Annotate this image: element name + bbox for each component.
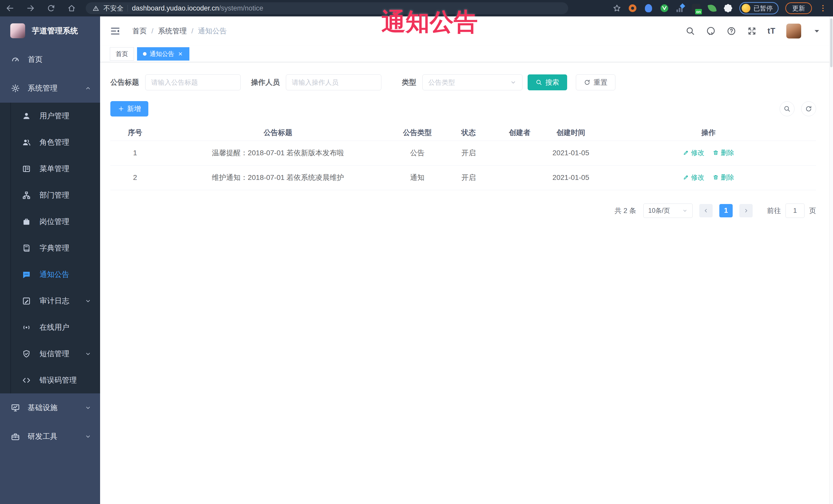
toggle-search-button[interactable]: [780, 101, 794, 116]
reload-icon[interactable]: [47, 4, 55, 13]
extension-icon-lamp[interactable]: [644, 4, 653, 13]
edit-link[interactable]: 修改: [683, 173, 705, 182]
edit-icon: [683, 150, 689, 156]
sidebar-item-system-management[interactable]: 系统管理: [0, 74, 100, 103]
extension-icon-star8[interactable]: [723, 4, 733, 13]
delete-label: 删除: [721, 173, 734, 182]
current-page-button[interactable]: 1: [719, 204, 733, 217]
add-button[interactable]: 新增: [110, 101, 148, 117]
type-label: 类型: [402, 77, 416, 87]
blue-lamp-icon: [645, 4, 652, 12]
bookmark-star-icon[interactable]: [613, 4, 621, 13]
sidebar-item-post-management[interactable]: 岗位管理: [0, 208, 100, 235]
notice-title-input[interactable]: [145, 74, 241, 90]
fullscreen-icon[interactable]: [747, 26, 757, 36]
sidebar-item-label: 部门管理: [40, 190, 69, 200]
cell-type: 通知: [396, 165, 438, 190]
app-logo-row[interactable]: 芋道管理系统: [0, 17, 100, 45]
cell-status: 开启: [438, 141, 499, 165]
search-icon[interactable]: [686, 26, 695, 36]
forward-icon[interactable]: [26, 4, 35, 13]
pagination: 共 2 条 10条/页 1 前往 页: [110, 203, 816, 218]
extension-icon-on[interactable]: on: [692, 4, 701, 13]
breadcrumb-item[interactable]: 首页: [133, 26, 147, 36]
home-icon[interactable]: [67, 4, 76, 13]
reset-button[interactable]: 重置: [576, 74, 615, 90]
close-tab-icon[interactable]: [177, 51, 184, 57]
goto-page-input[interactable]: [786, 203, 805, 218]
column-header: 状态: [438, 125, 499, 141]
url-host: dashboard.yudao.iocoder.cn: [132, 4, 219, 12]
sidebar-item-dict-management[interactable]: 字典管理: [0, 235, 100, 261]
infrastructure-icon: [11, 403, 20, 412]
help-icon[interactable]: [727, 26, 736, 36]
sidebar-item-infrastructure[interactable]: 基础设施: [0, 393, 100, 422]
tab-home[interactable]: 首页: [110, 47, 134, 61]
breadcrumb-separator: /: [151, 27, 153, 35]
vue-devtools-icon: [660, 4, 669, 13]
cell-type: 公告: [396, 141, 438, 165]
sidebar-item-dept-management[interactable]: 部门管理: [0, 182, 100, 208]
table-header-row: 序号公告标题公告类型状态创建者创建时间操作: [110, 125, 816, 141]
online-user-icon: [22, 323, 31, 332]
sidebar-item-role-management[interactable]: 角色管理: [0, 129, 100, 155]
address-bar[interactable]: 不安全 dashboard.yudao.iocoder.cn/system/no…: [86, 2, 568, 14]
white-star-icon: [725, 5, 731, 11]
active-tab-dot: [143, 52, 146, 56]
sidebar-item-label: 错误码管理: [40, 375, 77, 385]
sidebar-item-menu-management[interactable]: 菜单管理: [0, 155, 100, 182]
table-toolbar: 新增: [110, 101, 816, 117]
sidebar-item-dev-tools[interactable]: 研发工具: [0, 422, 100, 451]
scrollbar-thumb[interactable]: [830, 19, 832, 67]
browser-profile-chip[interactable]: 已暂停: [739, 2, 779, 15]
delete-link[interactable]: 删除: [713, 173, 734, 182]
next-page-button[interactable]: [739, 204, 753, 217]
prev-page-button[interactable]: [699, 204, 713, 217]
cell-created-time: 2021-01-05: [541, 165, 601, 190]
github-icon[interactable]: [706, 26, 716, 36]
page-scrollbar[interactable]: [829, 17, 833, 504]
sidebar-item-label: 审计日志: [40, 296, 69, 306]
notice-type-select[interactable]: 公告类型: [422, 74, 523, 90]
search-button[interactable]: 搜索: [528, 74, 567, 90]
sidebar-collapse-icon[interactable]: [110, 26, 121, 37]
chevron-down-icon: [85, 351, 91, 357]
sidebar-item-user-management[interactable]: 用户管理: [0, 103, 100, 129]
breadcrumb: 首页/系统管理/通知公告: [133, 26, 227, 36]
browser-update-button[interactable]: 更新: [785, 2, 812, 14]
address-divider: [127, 5, 128, 11]
edit-link[interactable]: 修改: [683, 148, 705, 157]
sidebar-item-home[interactable]: 首页: [0, 45, 100, 74]
goto-label: 前往: [767, 206, 781, 215]
tab-bar: 首页通知公告: [100, 46, 833, 62]
extension-icon-stats[interactable]: [676, 4, 685, 13]
security-label: 不安全: [103, 4, 123, 13]
menu-list-icon: [22, 165, 31, 173]
breadcrumb-item[interactable]: 系统管理: [158, 26, 187, 36]
sidebar-item-notice-announcement[interactable]: 通知公告: [0, 261, 100, 288]
column-header: 公告标题: [160, 125, 396, 141]
delete-link[interactable]: 删除: [713, 148, 734, 157]
extension-icon-orange[interactable]: [628, 4, 637, 13]
sidebar: 芋道管理系统 首页系统管理用户管理角色管理菜单管理部门管理岗位管理字典管理通知公…: [0, 17, 100, 504]
page-size-select[interactable]: 10条/页: [643, 203, 693, 218]
url-text: dashboard.yudao.iocoder.cn/system/notice: [132, 4, 263, 12]
gear-icon: [11, 83, 20, 93]
back-icon[interactable]: [6, 4, 15, 13]
font-size-icon[interactable]: tT: [767, 26, 776, 36]
sidebar-item-audit-log[interactable]: 审计日志: [0, 288, 100, 314]
extension-icon-vue[interactable]: [660, 4, 669, 13]
tab-notice[interactable]: 通知公告: [137, 47, 189, 61]
sidebar-item-sms-management[interactable]: 短信管理: [0, 340, 100, 367]
operator-input[interactable]: [286, 74, 381, 90]
sidebar-item-online-users[interactable]: 在线用户: [0, 314, 100, 340]
filter-form: 公告标题 操作人员 类型 公告类型 搜索 重置: [110, 74, 816, 90]
chevron-up-icon: [85, 85, 91, 92]
caret-down-icon[interactable]: [812, 26, 822, 36]
refresh-table-button[interactable]: [801, 101, 816, 116]
app-title: 芋道管理系统: [32, 26, 78, 36]
sidebar-item-error-code-management[interactable]: 错误码管理: [0, 367, 100, 393]
browser-menu-icon[interactable]: [818, 4, 827, 13]
avatar[interactable]: [786, 24, 801, 39]
extension-icon-leaf[interactable]: [708, 4, 717, 13]
